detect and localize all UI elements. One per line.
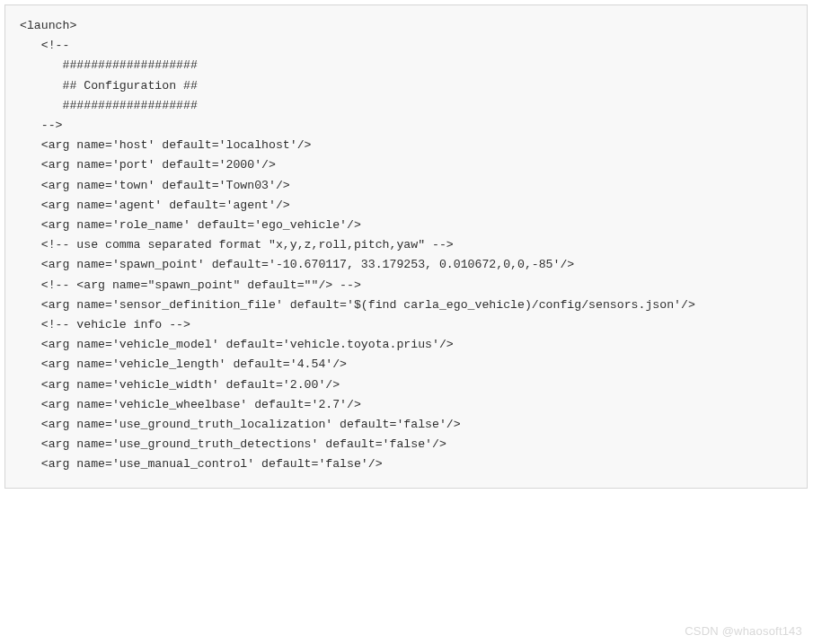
code-line: <!-- use comma separated format "x,y,z,r…: [20, 235, 801, 255]
code-block: <launch> <!-- ################### ## Con…: [4, 4, 808, 489]
code-line: <!--: [20, 36, 801, 56]
code-line: <arg name='use_ground_truth_localization…: [20, 415, 801, 435]
code-line: <arg name='vehicle_length' default='4.54…: [20, 355, 801, 375]
code-line: <arg name='use_manual_control' default='…: [20, 454, 801, 474]
code-line: <arg name='sensor_definition_file' defau…: [20, 296, 801, 315]
code-line: <arg name='host' default='localhost'/>: [20, 136, 801, 155]
code-line: <arg name='use_ground_truth_detections' …: [20, 435, 801, 454]
code-line: <arg name='spawn_point' default='-10.670…: [20, 255, 801, 275]
code-line: <arg name='vehicle_model' default='vehic…: [20, 335, 801, 355]
code-line: <arg name='town' default='Town03'/>: [20, 176, 801, 196]
code-line: <arg name='port' default='2000'/>: [20, 155, 801, 175]
code-line: ###################: [20, 96, 801, 116]
code-line: ###################: [20, 56, 801, 75]
watermark: CSDN @whaosoft143: [685, 624, 802, 638]
code-line: ## Configuration ##: [20, 76, 801, 96]
code-line: <arg name='vehicle_wheelbase' default='2…: [20, 395, 801, 415]
code-line: <arg name='vehicle_width' default='2.00'…: [20, 375, 801, 395]
code-line: <arg name='role_name' default='ego_vehic…: [20, 216, 801, 235]
code-line: <launch>: [20, 16, 801, 36]
code-line: -->: [20, 116, 801, 136]
code-line: <arg name='agent' default='agent'/>: [20, 196, 801, 216]
code-line: <!-- <arg name="spawn_point" default=""/…: [20, 276, 801, 296]
code-line: <!-- vehicle info -->: [20, 315, 801, 335]
